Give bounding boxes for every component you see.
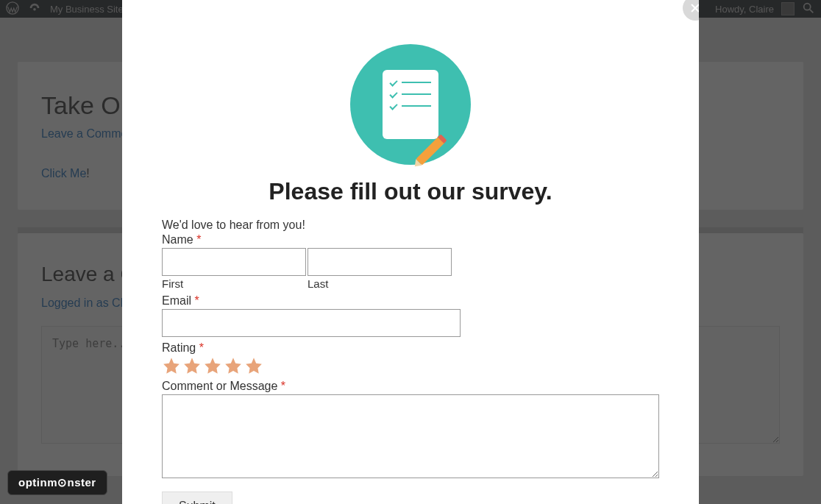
submit-button[interactable]: Submit <box>162 491 232 504</box>
survey-icon <box>350 44 471 165</box>
star-3[interactable] <box>203 356 222 375</box>
star-1[interactable] <box>162 356 181 375</box>
required-mark: * <box>281 380 285 392</box>
comment-label: Comment or Message <box>162 380 281 392</box>
rating-stars <box>162 356 659 375</box>
optinmonster-badge[interactable]: optinm⊙nster <box>7 470 107 495</box>
star-4[interactable] <box>224 356 243 375</box>
message-textarea[interactable] <box>162 394 659 478</box>
survey-modal: Please fill out our survey. We'd love to… <box>122 0 699 504</box>
email-input[interactable] <box>162 309 461 337</box>
required-mark: * <box>194 294 199 307</box>
star-5[interactable] <box>244 356 263 375</box>
modal-title: Please fill out our survey. <box>162 178 659 205</box>
required-mark: * <box>196 233 201 246</box>
last-sublabel: Last <box>308 276 452 290</box>
required-mark: * <box>199 341 204 354</box>
modal-intro: We'd love to hear from you! <box>162 219 659 232</box>
first-sublabel: First <box>162 276 306 290</box>
last-name-input[interactable] <box>308 248 452 276</box>
email-label: Email <box>162 294 194 307</box>
rating-label: Rating <box>162 341 199 354</box>
first-name-input[interactable] <box>162 248 306 276</box>
name-label: Name <box>162 233 196 246</box>
star-2[interactable] <box>182 356 202 375</box>
close-icon[interactable] <box>683 0 699 21</box>
